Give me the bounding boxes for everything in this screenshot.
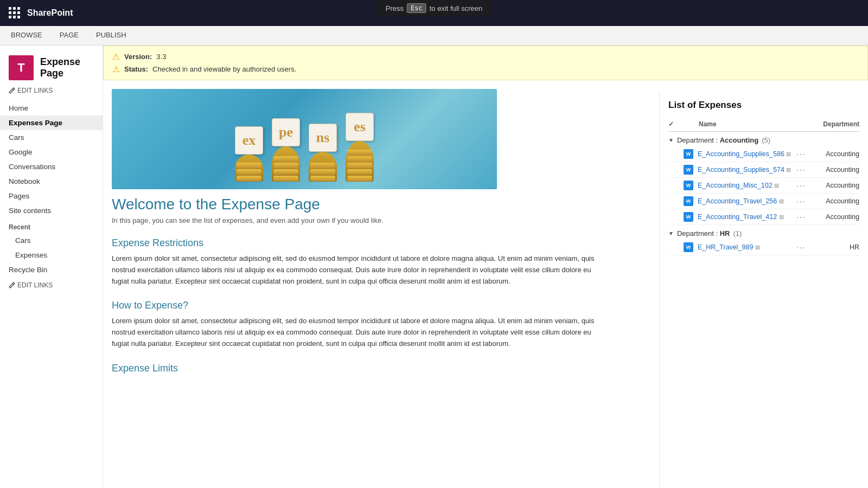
word-doc-icon: W	[684, 149, 693, 159]
more-options-4[interactable]: ···	[796, 197, 806, 206]
col-header-dept: Department	[810, 120, 859, 128]
sidebar-recycle-bin[interactable]: Recycle Bin	[0, 262, 103, 277]
letter-block-ex: ex	[235, 126, 263, 155]
table-row: W E_Accounting_Travel_412 ⊠ ··· Accounti…	[668, 209, 859, 225]
table-row: W E_Accounting_Supplies_586 ⊠ ··· Accoun…	[668, 146, 859, 162]
sidebar-item-conversations[interactable]: Conversations	[0, 159, 103, 174]
more-options-2[interactable]: ···	[796, 165, 806, 174]
dept-label-5: Accounting	[810, 213, 859, 221]
sidebar-item-notebook[interactable]: Notebook	[0, 174, 103, 189]
more-options-5[interactable]: ···	[796, 213, 806, 221]
section-body-restrictions: Lorem ipsum dolor sit amet, consectetur …	[112, 253, 604, 287]
sidebar-header: T Expense Page	[0, 51, 103, 87]
more-options-1[interactable]: ···	[796, 150, 806, 158]
content-area: Welcome to the Expense Page In this page…	[103, 196, 613, 389]
file-name-5[interactable]: E_Accounting_Travel_412 ⊠	[698, 213, 792, 221]
file-name-1[interactable]: E_Accounting_Supplies_586 ⊠	[698, 150, 792, 158]
coin-pile-2	[272, 146, 300, 182]
more-options-6[interactable]: ···	[796, 243, 806, 252]
sidebar: T Expense Page EDIT LINKS Home Expenses …	[0, 46, 103, 488]
alert-status-row: ⚠ Status: Checked in and viewable by aut…	[112, 64, 859, 74]
table-row: W E_HR_Travel_989 ⊠ ··· HR	[668, 240, 859, 255]
word-doc-icon: W	[684, 242, 693, 252]
dept-label-1: Accounting	[810, 150, 859, 158]
file-name-4[interactable]: E_Accounting_Travel_256 ⊠	[698, 197, 792, 205]
dept-label-4: Accounting	[810, 197, 859, 205]
fullscreen-hint: Press Esc to exit full screen	[376, 0, 492, 16]
file-name-2[interactable]: E_Accounting_Supplies_574 ⊠	[698, 166, 792, 174]
dept-group-hr[interactable]: ▼ Department : HR (1)	[668, 225, 859, 240]
coin-pile-4	[346, 141, 374, 182]
more-options-3[interactable]: ···	[796, 181, 806, 190]
expense-table-header: ✓ Name Department	[668, 117, 859, 132]
table-row: W E_Accounting_Supplies_574 ⊠ ··· Accoun…	[668, 162, 859, 178]
tab-page[interactable]: PAGE	[58, 27, 81, 44]
app-grid-icon[interactable]	[9, 7, 21, 19]
app-title: SharePoint	[27, 8, 73, 18]
file-name-3[interactable]: E_Accounting_Misc_102 ⊠	[698, 182, 792, 189]
page-subtext: In this page, you can see the list of ex…	[112, 216, 604, 224]
coin-stack-ex: ex	[235, 126, 263, 182]
dept-count-accounting: (5)	[762, 136, 770, 144]
expense-panel: List of Expenses ✓ Name Department ▼ Dep…	[659, 91, 868, 488]
letter-block-ns: ns	[309, 124, 337, 152]
sidebar-item-pages[interactable]: Pages	[0, 189, 103, 203]
chevron-icon-hr: ▼	[668, 230, 674, 236]
hero-image: ex pe ns	[112, 89, 497, 189]
coin-stack-pe: pe	[272, 118, 300, 182]
chevron-icon: ▼	[668, 137, 674, 143]
dept-label-3: Accounting	[810, 182, 859, 189]
sidebar-page-title: Expense Page	[40, 56, 94, 79]
warning-icon-version: ⚠	[112, 52, 120, 62]
tab-browse[interactable]: BROWSE	[9, 27, 44, 44]
sidebar-item-google[interactable]: Google	[0, 145, 103, 159]
coin-stack-es: es	[346, 113, 374, 182]
sidebar-nav: Home Expenses Page Cars Google Conversat…	[0, 99, 103, 296]
col-header-check: ✓	[668, 120, 679, 128]
dept-group-accounting[interactable]: ▼ Department : Accounting (5)	[668, 132, 859, 146]
sidebar-recent-expenses[interactable]: Expenses	[0, 248, 103, 262]
ribbon: BROWSE PAGE PUBLISH	[0, 26, 868, 46]
word-doc-icon: W	[684, 181, 693, 190]
edit-links-top-button[interactable]: EDIT LINKS	[0, 87, 103, 99]
word-doc-icon: W	[684, 212, 693, 222]
topbar: SharePoint Press Esc to exit full screen	[0, 0, 868, 26]
dept-group-hr-label: Department : HR	[677, 229, 730, 237]
letter-block-es: es	[346, 113, 374, 141]
page-heading: Welcome to the Expense Page	[112, 196, 604, 213]
coin-pile-3	[309, 152, 337, 182]
table-row: W E_Accounting_Misc_102 ⊠ ··· Accounting	[668, 178, 859, 194]
sidebar-recent-cars[interactable]: Cars	[0, 233, 103, 248]
warning-icon-status: ⚠	[112, 64, 120, 74]
file-name-6[interactable]: E_HR_Travel_989 ⊠	[698, 243, 792, 251]
section-title-limits: Expense Limits	[112, 363, 604, 374]
expense-panel-title: List of Expenses	[668, 100, 859, 111]
alert-version-row: ⚠ Version: 3.3	[112, 52, 859, 62]
tab-publish[interactable]: PUBLISH	[94, 27, 129, 44]
sidebar-recent-label: Recent	[0, 218, 103, 233]
section-title-restrictions: Expense Restrictions	[112, 237, 604, 249]
letter-block-pe: pe	[272, 118, 300, 146]
word-doc-icon: W	[684, 196, 693, 206]
avatar: T	[9, 55, 34, 80]
alert-banner: ⚠ Version: 3.3 ⚠ Status: Checked in and …	[103, 46, 868, 80]
layout: T Expense Page EDIT LINKS Home Expenses …	[0, 46, 868, 488]
sidebar-item-expenses-page[interactable]: Expenses Page	[0, 115, 103, 130]
section-body-how-to: Lorem ipsum dolor sit amet, consectetur …	[112, 316, 604, 349]
sidebar-item-home[interactable]: Home	[0, 101, 103, 115]
coins-area: ex pe ns	[235, 113, 374, 184]
dept-label-2: Accounting	[810, 166, 859, 174]
dept-count-hr: (1)	[733, 229, 742, 237]
dept-group-accounting-label: Department : Accounting	[677, 136, 758, 144]
table-row: W E_Accounting_Travel_256 ⊠ ··· Accounti…	[668, 194, 859, 209]
coin-pile-1	[235, 155, 263, 182]
edit-links-bottom-button[interactable]: EDIT LINKS	[0, 277, 103, 293]
word-doc-icon: W	[684, 165, 693, 175]
section-title-how-to: How to Expense?	[112, 300, 604, 311]
sidebar-item-site-contents[interactable]: Site contents	[0, 203, 103, 218]
sidebar-item-cars[interactable]: Cars	[0, 130, 103, 145]
coin-stack-ns: ns	[309, 124, 337, 182]
dept-label-6: HR	[810, 243, 859, 251]
col-header-name: Name	[699, 120, 806, 128]
